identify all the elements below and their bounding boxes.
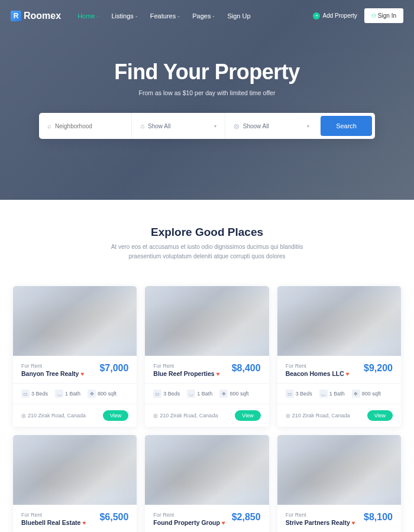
navbar: R Roomex Home⌄Listings⌄Features⌄Pages⌄Si… [0,0,414,31]
nav-link-sign-up[interactable]: Sign Up [227,12,250,20]
search-neighborhood-cell[interactable]: ⌕ [39,113,132,139]
nav-link-pages[interactable]: Pages⌄ [192,12,215,20]
view-button[interactable]: View [235,410,260,421]
listing-card[interactable]: For Rent Beacon Homes LLC ♥ $9,200 ▭3 Be… [277,286,401,427]
chevron-down-icon: ▾ [214,124,216,129]
feat-beds: ▭3 Beds [286,390,312,398]
nav-link-listings[interactable]: Listings⌄ [111,12,138,20]
listing-image [13,435,137,505]
listing-body: For Rent Beacon Homes LLC ♥ $9,200 [277,356,401,383]
listing-header: For Rent Banyon Tree Realty ♥ $7,000 [21,363,128,377]
listing-features: ▭3 Beds ◡1 Bath ✥800 sqft [145,383,269,404]
move-icon: ✥ [88,390,96,398]
feat-bath: ◡1 Bath [319,390,345,398]
listing-image [145,286,269,356]
listing-location: ◎210 Zirak Road, Canada [153,413,218,419]
verified-icon: ♥ [352,520,355,526]
listings-grid: For Rent Banyon Tree Realty ♥ $7,000 ▭3 … [0,273,414,532]
feat-beds: ▭3 Beds [153,390,180,398]
ptype-value: Show All [148,123,170,129]
listing-price: $7,000 [99,363,128,374]
chevron-down-icon: ▾ [307,124,309,129]
listing-card[interactable]: For Rent Blue Reef Properties ♥ $8,400 ▭… [145,286,269,427]
nav-links: Home⌄Listings⌄Features⌄Pages⌄Sign Up [77,12,250,20]
feat-beds: ▭3 Beds [21,390,48,398]
listing-header: For Rent Bluebell Real Estate ♥ $6,500 [21,512,128,526]
listing-body: For Rent Found Property Group ♥ $2,850 [145,505,269,532]
bath-icon: ◡ [55,390,63,398]
hero-section: R Roomex Home⌄Listings⌄Features⌄Pages⌄Si… [0,0,414,200]
listing-price: $8,400 [232,363,261,374]
listing-tag: For Rent [286,363,350,369]
bed-icon: ▭ [153,390,161,398]
verified-icon: ♥ [82,520,86,526]
listing-card[interactable]: For Rent Found Property Group ♥ $2,850 ▭… [145,435,269,532]
listing-name: Blue Reef Properties ♥ [153,370,219,377]
listing-image [13,286,137,356]
chevron-down-icon: ⌄ [135,14,138,18]
view-button[interactable]: View [367,410,393,421]
nav-link-features[interactable]: Features⌄ [150,12,180,20]
listing-price: $6,500 [99,512,128,523]
search-bar: ⌕ ⌂ Show All ▾ ◎ Shoow All ▾ Search [39,113,375,139]
listing-card[interactable]: For Rent Bluebell Real Estate ♥ $6,500 ▭… [13,435,137,532]
listing-footer: ◎210 Zirak Road, Canada View [145,404,269,427]
chevron-down-icon: ⌄ [212,14,215,18]
section-subtitle: At vero eos et accusamus et iusto odio d… [95,242,319,261]
listing-name: Beacon Homes LLC ♥ [286,370,350,377]
listing-location: ◎210 Zirak Road, Canada [286,413,350,419]
hero-title: Find Your Property [0,60,414,85]
listing-card[interactable]: For Rent Banyon Tree Realty ♥ $7,000 ▭3 … [13,286,137,427]
search-button[interactable]: Search [321,116,372,136]
listing-card[interactable]: For Rent Strive Partners Realty ♥ $8,100… [277,435,401,532]
listing-name: Strive Partners Realty ♥ [286,519,355,526]
listing-features: ▭3 Beds ◡1 Bath ✥800 sqft [277,383,401,404]
location-value: Shoow All [243,123,269,129]
brand-logo[interactable]: R Roomex [11,11,61,21]
add-property-label: Add Property [322,12,357,19]
add-property-link[interactable]: + Add Property [313,12,357,20]
search-ptype-select[interactable]: ⌂ Show All ▾ [132,113,225,139]
chevron-down-icon: ⌄ [96,14,99,18]
bath-icon: ◡ [187,390,195,398]
listing-tag: For Rent [21,363,84,369]
listing-price: $2,850 [232,512,261,523]
view-button[interactable]: View [103,410,128,421]
bed-icon: ▭ [21,390,30,398]
listing-image [277,435,401,505]
listing-tag: For Rent [153,512,225,518]
feat-bath: ◡1 Bath [55,390,80,398]
logo-icon: R [11,11,21,21]
user-icon: ⚇ [371,13,376,19]
listing-tag: For Rent [153,363,219,369]
pin-icon: ◎ [153,413,158,419]
pin-icon: ◎ [21,413,26,419]
listing-header: For Rent Blue Reef Properties ♥ $8,400 [153,363,260,377]
home-icon: ⌂ [140,122,144,129]
verified-icon: ♥ [222,520,225,526]
listing-image [145,435,269,505]
explore-section: Explore Good Places At vero eos et accus… [0,200,414,273]
search-location-select[interactable]: ◎ Shoow All ▾ [225,113,318,139]
search-input[interactable] [55,123,123,129]
listing-body: For Rent Strive Partners Realty ♥ $8,100 [277,505,401,532]
listing-price: $9,200 [364,363,393,374]
verified-icon: ♥ [346,371,350,377]
search-icon: ⌕ [47,122,51,129]
listing-tag: For Rent [21,512,86,518]
verified-icon: ♥ [216,371,220,377]
nav-right: + Add Property ⚇ Sign In [313,8,403,23]
nav-link-label: Home [77,12,95,20]
pin-icon: ◎ [286,413,290,419]
sign-in-button[interactable]: ⚇ Sign In [364,8,403,23]
plus-icon: + [313,12,320,20]
nav-link-label: Features [150,12,176,20]
hero-content: Find Your Property From as low as $10 pe… [0,31,414,139]
brand-name: Roomex [24,11,61,21]
bed-icon: ▭ [286,390,294,398]
listing-header: For Rent Beacon Homes LLC ♥ $9,200 [286,363,393,377]
listing-body: For Rent Bluebell Real Estate ♥ $6,500 [13,505,137,532]
feat-bath: ◡1 Bath [187,390,212,398]
bath-icon: ◡ [319,390,328,398]
nav-link-home[interactable]: Home⌄ [77,12,99,20]
